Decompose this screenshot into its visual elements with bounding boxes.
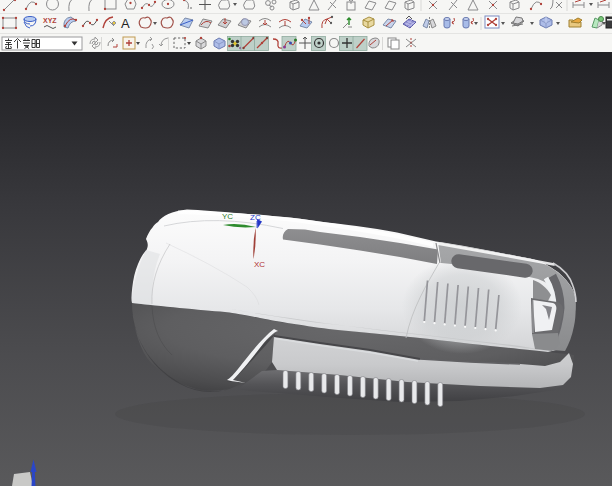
svg-text:A: A: [121, 16, 130, 31]
svg-text:XC: XC: [254, 260, 265, 269]
svg-text:XYZ: XYZ: [43, 17, 57, 24]
svg-text:YC: YC: [222, 212, 233, 221]
